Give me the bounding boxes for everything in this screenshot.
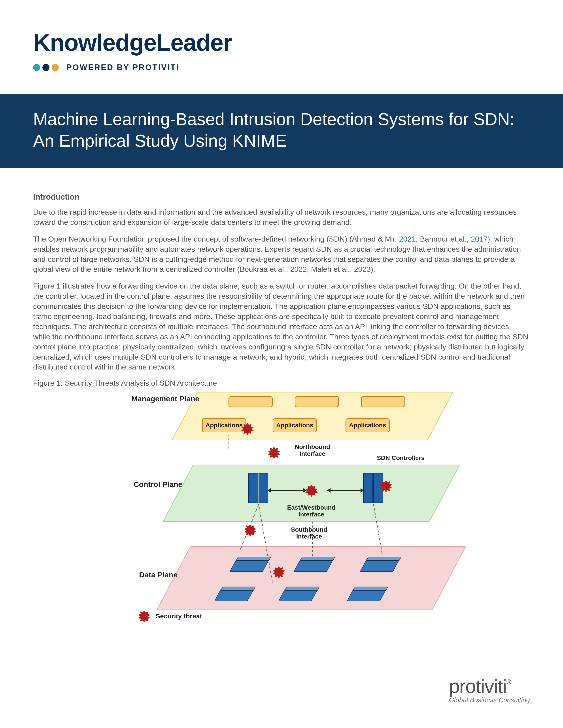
dot-icon xyxy=(42,64,49,71)
figure-container: Management Plane Control Plane Data Plan… xyxy=(33,392,530,628)
sdn-controller-icon xyxy=(248,473,268,502)
sdn-architecture-figure: Management Plane Control Plane Data Plan… xyxy=(114,392,449,628)
bidirectional-arrow-icon xyxy=(330,490,361,491)
bidirectional-arrow-icon xyxy=(270,490,304,491)
citation-link[interactable]: 2017 xyxy=(471,235,488,243)
document-title: Machine Learning-Based Intrusion Detecti… xyxy=(33,109,530,152)
title-bar: Machine Learning-Based Intrusion Detecti… xyxy=(0,94,563,168)
citation-link[interactable]: 2023 xyxy=(354,265,371,273)
app-box-icon xyxy=(228,396,273,407)
footer-brand-text: protiviti xyxy=(449,675,507,697)
data-plane-label: Data Plane xyxy=(139,570,177,579)
footer-brand: protiviti® xyxy=(449,675,530,698)
switch-icon xyxy=(214,589,254,601)
security-threat-icon xyxy=(138,610,150,623)
section-heading: Introduction xyxy=(33,192,530,202)
sdn-controllers-label: SDN Controllers xyxy=(372,455,430,462)
switch-icon xyxy=(347,589,386,601)
page-header: KnowledgeLeader POWERED BY PROTIVITI xyxy=(0,0,563,81)
connector-line xyxy=(228,434,229,449)
northbound-interface-label: Northbound Interface xyxy=(288,444,337,457)
applications-box: Applications xyxy=(202,418,246,432)
southbound-interface-label: Southbound Interface xyxy=(284,526,335,540)
applications-box: Applications xyxy=(346,418,390,432)
citation-link[interactable]: 2021 xyxy=(399,235,416,243)
switch-icon xyxy=(229,559,269,572)
dot-icon xyxy=(33,64,40,71)
connector-line xyxy=(299,434,300,446)
security-threat-icon xyxy=(268,447,280,459)
applications-box: Applications xyxy=(273,418,317,432)
paragraph: The Open Networking Foundation proposed … xyxy=(33,234,530,275)
text-run: ; Bannour et al., xyxy=(416,235,471,243)
paragraph: Due to the rapid increase in data and in… xyxy=(33,207,530,227)
management-plane-label: Management Plane xyxy=(131,394,199,403)
switch-icon xyxy=(278,589,318,601)
content-area: Introduction Due to the rapid increase i… xyxy=(0,168,563,637)
text-run: The Open Networking Foundation proposed … xyxy=(33,235,399,243)
text-run: ). xyxy=(371,265,375,273)
switch-icon xyxy=(360,559,399,572)
dot-icon xyxy=(52,64,59,71)
connector-line xyxy=(313,522,313,557)
app-box-icon xyxy=(361,396,405,407)
powered-by-text: POWERED BY PROTIVITI xyxy=(66,63,179,72)
figure-caption: Figure 1: Security Threats Analysis of S… xyxy=(33,379,530,387)
subbrand-row: POWERED BY PROTIVITI xyxy=(33,63,530,72)
brand-title: KnowledgeLeader xyxy=(33,29,530,56)
citation-link[interactable]: 2022 xyxy=(290,265,307,273)
switch-icon xyxy=(294,559,333,572)
control-plane-label: Control Plane xyxy=(133,480,182,489)
registered-icon: ® xyxy=(507,678,511,685)
connector-line xyxy=(368,434,368,455)
app-box-icon xyxy=(295,396,339,407)
east-west-interface-label: East/Westbound Interface xyxy=(284,504,339,518)
paragraph: Figure 1 illustrates how a forwarding de… xyxy=(33,281,530,372)
footer-tagline: Global Business Consulting xyxy=(449,696,530,704)
text-run: ; Maleh et al., xyxy=(307,265,354,273)
brand-dots xyxy=(33,64,59,71)
threat-legend-label: Security threat xyxy=(156,612,202,620)
footer: protiviti® Global Business Consulting xyxy=(449,675,530,704)
